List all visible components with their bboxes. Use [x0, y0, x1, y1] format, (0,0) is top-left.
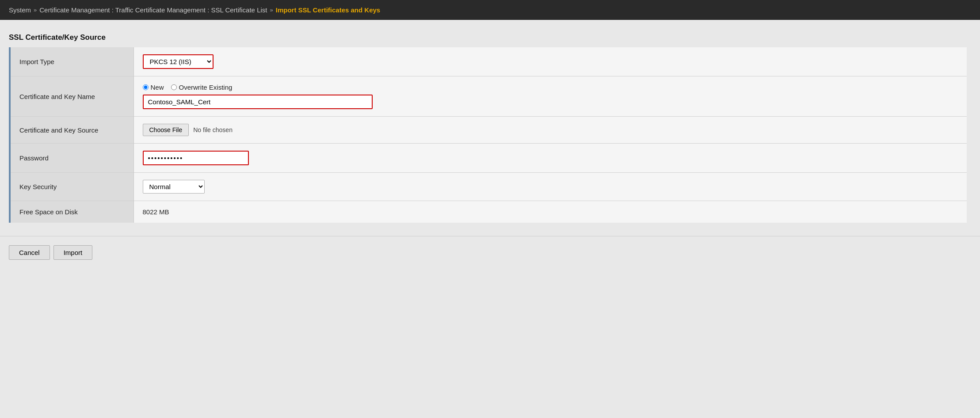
radio-overwrite[interactable] — [171, 84, 177, 90]
no-file-text: No file chosen — [193, 126, 233, 133]
breadcrumb-current: Import SSL Certificates and Keys — [276, 6, 380, 14]
row-key-security: Key Security Normal High — [10, 173, 967, 201]
password-label: Password — [10, 144, 133, 173]
cancel-button[interactable]: Cancel — [9, 245, 50, 260]
key-security-label: Key Security — [10, 173, 133, 201]
file-input-area: Choose File No file chosen — [143, 124, 958, 136]
cert-name-input[interactable] — [143, 95, 373, 109]
main-content: SSL Certificate/Key Source Import Type P… — [0, 20, 980, 236]
choose-file-button[interactable]: Choose File — [143, 124, 189, 136]
radio-new-label[interactable]: New — [143, 84, 164, 91]
cert-key-name-label: Certificate and Key Name — [10, 76, 133, 117]
cert-source-label: Certificate and Key Source — [10, 117, 133, 144]
cert-source-value-cell: Choose File No file chosen — [133, 117, 967, 144]
breadcrumb-bar: System » Certificate Management : Traffi… — [0, 0, 980, 20]
import-button[interactable]: Import — [53, 245, 93, 260]
free-space-label: Free Space on Disk — [10, 201, 133, 223]
cert-key-name-value-cell: New Overwrite Existing — [133, 76, 967, 117]
row-password: Password — [10, 144, 967, 173]
radio-overwrite-text: Overwrite Existing — [179, 84, 233, 91]
radio-group: New Overwrite Existing — [143, 84, 958, 91]
radio-new-text: New — [151, 84, 164, 91]
row-import-type: Import Type PKCS 12 (IIS) PEM/DER PKCS7 … — [10, 47, 967, 76]
row-free-space: Free Space on Disk 8022 MB — [10, 201, 967, 223]
password-value-cell — [133, 144, 967, 173]
breadcrumb-sep-2: » — [270, 7, 273, 13]
import-type-value-cell: PKCS 12 (IIS) PEM/DER PKCS7 Local (CSR) — [133, 47, 967, 76]
key-security-value-cell: Normal High — [133, 173, 967, 201]
free-space-value: 8022 MB — [143, 208, 169, 216]
section-title: SSL Certificate/Key Source — [9, 33, 967, 42]
footer-buttons: Cancel Import — [0, 236, 980, 269]
free-space-value-cell: 8022 MB — [133, 201, 967, 223]
radio-new[interactable] — [143, 84, 149, 90]
breadcrumb-middle: Certificate Management : Traffic Certifi… — [39, 6, 267, 14]
import-type-label: Import Type — [10, 47, 133, 76]
row-cert-source: Certificate and Key Source Choose File N… — [10, 117, 967, 144]
import-type-select[interactable]: PKCS 12 (IIS) PEM/DER PKCS7 Local (CSR) — [143, 54, 214, 69]
breadcrumb-sep-1: » — [34, 7, 37, 13]
password-input[interactable] — [143, 151, 249, 165]
breadcrumb-system: System — [9, 6, 31, 14]
key-security-select[interactable]: Normal High — [143, 180, 205, 194]
row-cert-key-name: Certificate and Key Name New Overwrite E… — [10, 76, 967, 117]
radio-overwrite-label[interactable]: Overwrite Existing — [171, 84, 233, 91]
form-table: Import Type PKCS 12 (IIS) PEM/DER PKCS7 … — [9, 47, 967, 223]
